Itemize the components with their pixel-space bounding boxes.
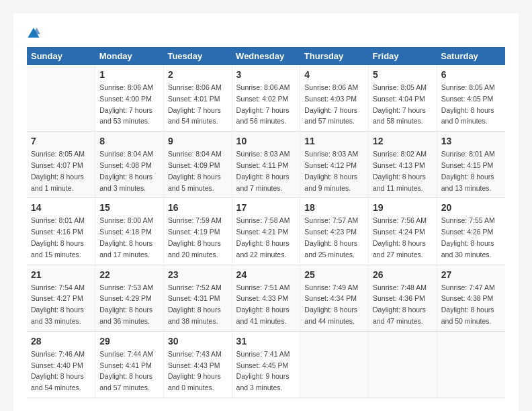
day-info: Sunrise: 7:44 AM Sunset: 4:41 PM Dayligh… (99, 349, 159, 394)
calendar-cell: 11Sunrise: 8:03 AM Sunset: 4:12 PM Dayli… (300, 132, 369, 198)
calendar-cell: 19Sunrise: 7:56 AM Sunset: 4:24 PM Dayli… (369, 198, 437, 265)
day-info: Sunrise: 8:00 AM Sunset: 4:18 PM Dayligh… (99, 215, 159, 260)
day-info: Sunrise: 7:52 AM Sunset: 4:31 PM Dayligh… (168, 282, 228, 327)
day-number: 13 (441, 136, 501, 146)
day-info: Sunrise: 7:57 AM Sunset: 4:23 PM Dayligh… (304, 215, 364, 260)
calendar-cell (27, 65, 95, 132)
day-info: Sunrise: 7:51 AM Sunset: 4:33 PM Dayligh… (236, 282, 296, 327)
day-info: Sunrise: 7:49 AM Sunset: 4:34 PM Dayligh… (304, 282, 364, 327)
calendar-cell: 14Sunrise: 8:01 AM Sunset: 4:16 PM Dayli… (27, 198, 95, 265)
day-info: Sunrise: 7:58 AM Sunset: 4:21 PM Dayligh… (236, 215, 296, 260)
day-info: Sunrise: 7:46 AM Sunset: 4:40 PM Dayligh… (31, 349, 91, 394)
day-number: 26 (373, 269, 433, 280)
calendar-cell: 12Sunrise: 8:02 AM Sunset: 4:13 PM Dayli… (369, 132, 437, 198)
day-info: Sunrise: 8:03 AM Sunset: 4:12 PM Dayligh… (304, 148, 364, 193)
day-number: 20 (441, 202, 501, 213)
calendar-cell: 18Sunrise: 7:57 AM Sunset: 4:23 PM Dayli… (300, 198, 369, 265)
calendar-cell: 24Sunrise: 7:51 AM Sunset: 4:33 PM Dayli… (232, 265, 300, 331)
calendar-cell: 6Sunrise: 8:05 AM Sunset: 4:05 PM Daylig… (437, 65, 505, 132)
calendar-cell: 31Sunrise: 7:41 AM Sunset: 4:45 PM Dayli… (232, 331, 300, 398)
day-number: 6 (441, 69, 501, 80)
day-info: Sunrise: 8:05 AM Sunset: 4:04 PM Dayligh… (373, 82, 433, 127)
calendar-cell: 26Sunrise: 7:48 AM Sunset: 4:36 PM Dayli… (369, 265, 437, 331)
day-info: Sunrise: 7:54 AM Sunset: 4:27 PM Dayligh… (31, 282, 91, 327)
calendar-cell: 16Sunrise: 7:59 AM Sunset: 4:19 PM Dayli… (163, 198, 232, 265)
day-info: Sunrise: 7:55 AM Sunset: 4:26 PM Dayligh… (441, 215, 501, 260)
weekday-header: Friday (369, 47, 437, 65)
calendar-week-row: 14Sunrise: 8:01 AM Sunset: 4:16 PM Dayli… (27, 198, 505, 265)
calendar-week-row: 7Sunrise: 8:05 AM Sunset: 4:07 PM Daylig… (27, 132, 505, 198)
calendar-cell: 10Sunrise: 8:03 AM Sunset: 4:11 PM Dayli… (232, 132, 300, 198)
day-number: 5 (373, 69, 433, 80)
day-info: Sunrise: 8:02 AM Sunset: 4:13 PM Dayligh… (373, 148, 433, 193)
day-number: 17 (236, 202, 296, 213)
day-number: 1 (99, 69, 159, 80)
calendar-cell: 22Sunrise: 7:53 AM Sunset: 4:29 PM Dayli… (95, 265, 164, 331)
day-number: 30 (168, 336, 228, 347)
calendar-cell (369, 331, 437, 398)
day-number: 9 (168, 136, 228, 146)
weekday-header: Monday (95, 47, 164, 65)
day-number: 15 (99, 202, 159, 213)
calendar-cell: 17Sunrise: 7:58 AM Sunset: 4:21 PM Dayli… (232, 198, 300, 265)
day-info: Sunrise: 7:48 AM Sunset: 4:36 PM Dayligh… (373, 282, 433, 327)
calendar-cell: 9Sunrise: 8:04 AM Sunset: 4:09 PM Daylig… (163, 132, 232, 198)
calendar-week-row: 21Sunrise: 7:54 AM Sunset: 4:27 PM Dayli… (27, 265, 505, 331)
day-number: 11 (304, 136, 364, 146)
day-number: 7 (31, 136, 91, 146)
calendar-cell: 8Sunrise: 8:04 AM Sunset: 4:08 PM Daylig… (95, 132, 164, 198)
day-info: Sunrise: 8:03 AM Sunset: 4:11 PM Dayligh… (236, 148, 296, 193)
calendar-week-row: 1Sunrise: 8:06 AM Sunset: 4:00 PM Daylig… (27, 65, 505, 132)
day-info: Sunrise: 8:06 AM Sunset: 4:03 PM Dayligh… (304, 82, 364, 127)
day-info: Sunrise: 8:01 AM Sunset: 4:15 PM Dayligh… (441, 148, 501, 193)
day-number: 14 (31, 202, 91, 213)
day-number: 2 (168, 69, 228, 80)
day-info: Sunrise: 7:59 AM Sunset: 4:19 PM Dayligh… (168, 215, 228, 260)
calendar-cell: 7Sunrise: 8:05 AM Sunset: 4:07 PM Daylig… (27, 132, 95, 198)
day-number: 25 (304, 269, 364, 280)
calendar-cell: 5Sunrise: 8:05 AM Sunset: 4:04 PM Daylig… (369, 65, 437, 132)
day-number: 3 (236, 69, 296, 80)
day-number: 16 (168, 202, 228, 213)
calendar-cell: 28Sunrise: 7:46 AM Sunset: 4:40 PM Dayli… (27, 331, 95, 398)
logo (27, 27, 43, 40)
calendar-cell: 21Sunrise: 7:54 AM Sunset: 4:27 PM Dayli… (27, 265, 95, 331)
day-info: Sunrise: 8:05 AM Sunset: 4:05 PM Dayligh… (441, 82, 501, 127)
day-info: Sunrise: 8:06 AM Sunset: 4:02 PM Dayligh… (236, 82, 296, 127)
weekday-header: Tuesday (163, 47, 232, 65)
day-info: Sunrise: 8:04 AM Sunset: 4:09 PM Dayligh… (168, 148, 228, 193)
day-info: Sunrise: 8:06 AM Sunset: 4:01 PM Dayligh… (168, 82, 228, 127)
day-info: Sunrise: 8:06 AM Sunset: 4:00 PM Dayligh… (99, 82, 159, 127)
day-info: Sunrise: 7:41 AM Sunset: 4:45 PM Dayligh… (236, 349, 296, 394)
calendar-cell: 1Sunrise: 8:06 AM Sunset: 4:00 PM Daylig… (95, 65, 164, 132)
calendar-cell (437, 331, 505, 398)
day-number: 22 (99, 269, 159, 280)
weekday-header: Wednesday (232, 47, 300, 65)
day-number: 10 (236, 136, 296, 146)
calendar-cell: 25Sunrise: 7:49 AM Sunset: 4:34 PM Dayli… (300, 265, 369, 331)
calendar-cell: 23Sunrise: 7:52 AM Sunset: 4:31 PM Dayli… (163, 265, 232, 331)
calendar-cell: 4Sunrise: 8:06 AM Sunset: 4:03 PM Daylig… (300, 65, 369, 132)
weekday-header: Thursday (300, 47, 369, 65)
day-number: 29 (99, 336, 159, 347)
day-number: 24 (236, 269, 296, 280)
day-number: 23 (168, 269, 228, 280)
day-number: 31 (236, 336, 296, 347)
calendar-cell: 2Sunrise: 8:06 AM Sunset: 4:01 PM Daylig… (163, 65, 232, 132)
weekday-header-row: SundayMondayTuesdayWednesdayThursdayFrid… (27, 47, 505, 65)
day-number: 12 (373, 136, 433, 146)
day-number: 8 (99, 136, 159, 146)
calendar-cell: 13Sunrise: 8:01 AM Sunset: 4:15 PM Dayli… (437, 132, 505, 198)
day-info: Sunrise: 8:01 AM Sunset: 4:16 PM Dayligh… (31, 215, 91, 260)
day-info: Sunrise: 7:47 AM Sunset: 4:38 PM Dayligh… (441, 282, 501, 327)
day-number: 18 (304, 202, 364, 213)
calendar-cell: 30Sunrise: 7:43 AM Sunset: 4:43 PM Dayli… (163, 331, 232, 398)
calendar-cell: 15Sunrise: 8:00 AM Sunset: 4:18 PM Dayli… (95, 198, 164, 265)
day-number: 21 (31, 269, 91, 280)
calendar-week-row: 28Sunrise: 7:46 AM Sunset: 4:40 PM Dayli… (27, 331, 505, 398)
calendar-cell: 20Sunrise: 7:55 AM Sunset: 4:26 PM Dayli… (437, 198, 505, 265)
calendar-cell: 29Sunrise: 7:44 AM Sunset: 4:41 PM Dayli… (95, 331, 164, 398)
calendar-cell: 27Sunrise: 7:47 AM Sunset: 4:38 PM Dayli… (437, 265, 505, 331)
weekday-header: Sunday (27, 47, 95, 65)
day-number: 19 (373, 202, 433, 213)
